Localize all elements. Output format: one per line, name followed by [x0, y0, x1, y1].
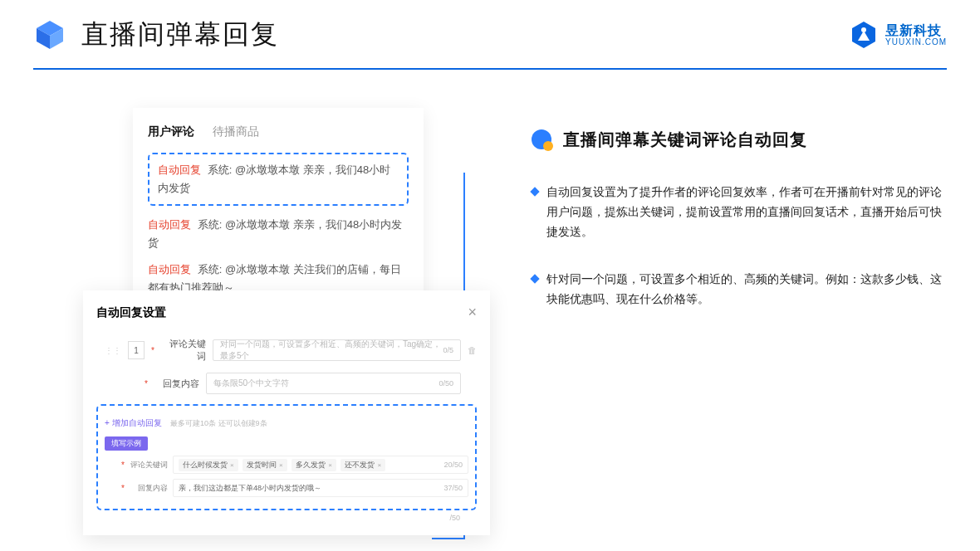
- ex-keyword-label: 评论关键词: [130, 460, 168, 471]
- form-row-keyword: ⋮⋮ 1 * 评论关键词 对同一个问题，可设置多个相近、高频的关键词，Tag确定…: [96, 338, 477, 363]
- reply-input[interactable]: 每条限50个中文字符 0/50: [206, 373, 461, 394]
- ex-reply-box[interactable]: 亲，我们这边都是下单48小时内发货的哦～ 37/50: [173, 479, 468, 497]
- highlighted-comment: 自动回复 系统: @冰墩墩本墩 亲亲，我们48小时内发货: [148, 153, 409, 206]
- section-header: 直播间弹幕关键词评论自动回复: [532, 129, 947, 151]
- required-mark: *: [151, 346, 154, 355]
- comment-item: 自动回复 系统: @冰墩墩本墩 亲亲，我们48小时内发货: [158, 161, 399, 197]
- example-badge: 填写示例: [105, 436, 148, 451]
- comment-prefix: 系统:: [198, 263, 223, 276]
- example-keyword-row: * 评论关键词 什么时候发货× 发货时间× 多久发货× 还不发货× 20/50: [105, 456, 468, 474]
- tag-chip[interactable]: 什么时候发货×: [179, 459, 238, 471]
- required-mark: *: [145, 379, 148, 388]
- required-mark: *: [121, 484, 125, 493]
- auto-reply-tag: 自动回复: [158, 163, 201, 176]
- diamond-icon: [530, 275, 539, 284]
- connector-line-h: [432, 538, 465, 539]
- tag-chip[interactable]: 多久发货×: [292, 459, 336, 471]
- tag-chip[interactable]: 发货时间×: [243, 459, 287, 471]
- comment-prefix: 系统:: [198, 218, 223, 231]
- comment-item: 自动回复 系统: @冰墩墩本墩 亲亲，我们48小时内发货: [148, 216, 409, 252]
- ex-reply-text: 亲，我们这边都是下单48小时内发货的哦～: [179, 483, 321, 494]
- add-auto-reply-link[interactable]: + 增加自动回复: [105, 418, 162, 427]
- settings-card: 自动回复设置 × ⋮⋮ 1 * 评论关键词 对同一个问题，可设置多个相近、高频的…: [83, 290, 490, 535]
- ex-keyword-box[interactable]: 什么时候发货× 发货时间× 多久发货× 还不发货× 20/50: [173, 456, 468, 474]
- add-row: + 增加自动回复 最多可建10条 还可以创建9条: [105, 414, 468, 429]
- dot-icon: [532, 129, 553, 151]
- form-row-reply: * 回复内容 每条限50个中文字符 0/50: [96, 373, 477, 394]
- close-icon[interactable]: ×: [468, 304, 477, 321]
- settings-title: 自动回复设置: [96, 305, 166, 320]
- keyword-counter: 0/5: [443, 346, 453, 354]
- tag-chip[interactable]: 还不发货×: [341, 459, 385, 471]
- header-left: 直播间弹幕回复: [33, 17, 279, 53]
- page-header: 直播间弹幕回复 昱新科技 YUUXIN.COM: [0, 0, 980, 53]
- bullet-text: 针对同一个问题，可设置多个相近的、高频的关键词。例如：这款多少钱、这块能优惠吗、…: [546, 270, 947, 310]
- auto-reply-tag: 自动回复: [148, 263, 191, 276]
- left-column: 用户评论 待播商品 自动回复 系统: @冰墩墩本墩 亲亲，我们48小时内发货 自…: [83, 108, 490, 338]
- comment-tabs: 用户评论 待播商品: [148, 124, 409, 139]
- cube-icon: [33, 18, 66, 51]
- bottom-counter: /50: [96, 510, 477, 522]
- brand-url: YUUXIN.COM: [885, 37, 947, 46]
- bullet-item: 针对同一个问题，可设置多个相近的、高频的关键词。例如：这款多少钱、这块能优惠吗、…: [532, 270, 947, 310]
- drag-handle-icon[interactable]: ⋮⋮: [105, 346, 121, 355]
- tab-pending-products[interactable]: 待播商品: [213, 124, 259, 139]
- page-title: 直播间弹幕回复: [81, 17, 279, 53]
- trash-icon[interactable]: 🗑: [468, 345, 477, 355]
- keyword-label: 评论关键词: [161, 338, 206, 363]
- ex-reply-label: 回复内容: [130, 483, 168, 494]
- reply-counter: 0/50: [439, 379, 453, 388]
- comments-card: 用户评论 待播商品 自动回复 系统: @冰墩墩本墩 亲亲，我们48小时内发货 自…: [133, 108, 424, 319]
- ex-keyword-counter: 20/50: [443, 461, 463, 469]
- settings-header: 自动回复设置 ×: [96, 304, 477, 321]
- right-column: 直播间弹幕关键词评论自动回复 自动回复设置为了提升作者的评论回复效率，作者可在开…: [532, 108, 947, 338]
- reply-placeholder: 每条限50个中文字符: [213, 378, 289, 389]
- brand-name: 昱新科技: [885, 23, 947, 38]
- example-section: + 增加自动回复 最多可建10条 还可以创建9条 填写示例 * 评论关键词 什么…: [96, 404, 477, 510]
- keyword-placeholder: 对同一个问题，可设置多个相近、高频的关键词，Tag确定，最多5个: [220, 339, 443, 362]
- bullet-item: 自动回复设置为了提升作者的评论回复效率，作者可在开播前针对常见的评论用户问题，提…: [532, 183, 947, 241]
- required-mark: *: [121, 461, 125, 470]
- content-area: 用户评论 待播商品 自动回复 系统: @冰墩墩本墩 亲亲，我们48小时内发货 自…: [0, 70, 980, 338]
- brand-text: 昱新科技 YUUXIN.COM: [885, 23, 947, 47]
- keyword-input[interactable]: 对同一个问题，可设置多个相近、高频的关键词，Tag确定，最多5个 0/5: [213, 339, 461, 361]
- ex-reply-counter: 37/50: [443, 484, 463, 492]
- tab-user-comments[interactable]: 用户评论: [148, 124, 194, 139]
- example-reply-row: * 回复内容 亲，我们这边都是下单48小时内发货的哦～ 37/50: [105, 479, 468, 497]
- brand-logo: 昱新科技 YUUXIN.COM: [849, 20, 947, 50]
- reply-label: 回复内容: [154, 378, 199, 390]
- auto-reply-tag: 自动回复: [148, 218, 191, 231]
- brand-icon: [849, 20, 879, 50]
- tag-list: 什么时候发货× 发货时间× 多久发货× 还不发货×: [179, 459, 388, 471]
- comment-prefix: 系统:: [208, 163, 233, 176]
- bullet-text: 自动回复设置为了提升作者的评论回复效率，作者可在开播前针对常见的评论用户问题，提…: [546, 183, 947, 241]
- section-title: 直播间弹幕关键词评论自动回复: [563, 129, 807, 151]
- index-box: 1: [128, 341, 145, 359]
- diamond-icon: [530, 187, 539, 196]
- add-hint: 最多可建10条 还可以创建9条: [170, 419, 267, 427]
